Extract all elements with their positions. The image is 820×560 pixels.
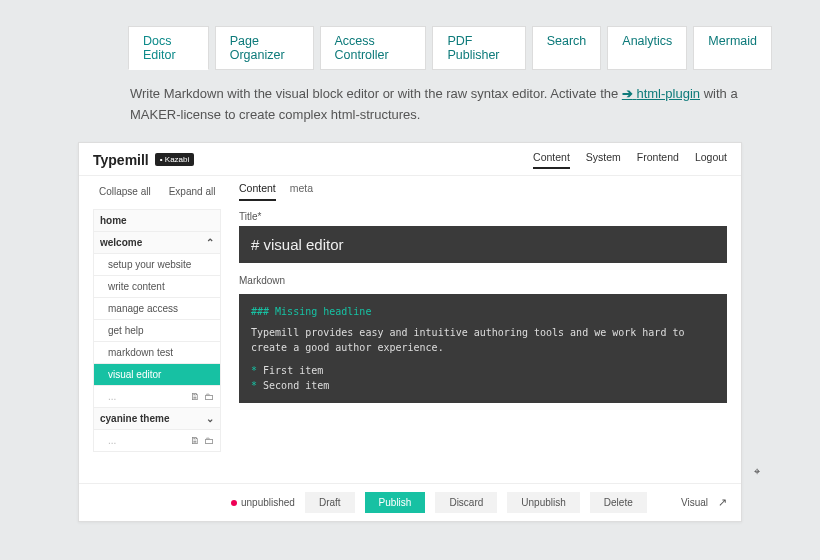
- markdown-label: Markdown: [239, 275, 727, 286]
- tree-item-active[interactable]: visual editor: [93, 363, 221, 386]
- chevron-up-icon: ⌃: [206, 237, 214, 248]
- brand-name: Typemill: [93, 152, 149, 168]
- tab-docs-editor[interactable]: Docs Editor: [128, 26, 209, 70]
- file-icon[interactable]: 🗎: [190, 435, 200, 446]
- visual-mode-label[interactable]: Visual: [681, 497, 708, 508]
- folder-icon[interactable]: 🗀: [204, 435, 214, 446]
- draft-button[interactable]: Draft: [305, 492, 355, 513]
- top-nav: Content System Frontend Logout: [533, 151, 727, 169]
- tab-pdf-publisher[interactable]: PDF Publisher: [432, 26, 525, 70]
- collapse-all-button[interactable]: Collapse all: [99, 186, 151, 201]
- tree-add-row[interactable]: ... 🗎🗀: [93, 429, 221, 452]
- tree-home[interactable]: home: [93, 209, 221, 232]
- cursor-icon: ⌖: [754, 465, 760, 478]
- tree-item[interactable]: write content: [93, 275, 221, 298]
- bullet-icon: *: [251, 380, 263, 391]
- feature-tabs: Docs Editor Page Organizer Access Contro…: [128, 26, 772, 70]
- tree-item[interactable]: manage access: [93, 297, 221, 320]
- arrow-right-icon: ➔: [622, 86, 633, 101]
- footer-bar: unpublished Draft Publish Discard Unpubl…: [79, 483, 741, 521]
- nav-system[interactable]: System: [586, 151, 621, 169]
- tab-analytics[interactable]: Analytics: [607, 26, 687, 70]
- tab-mermaid[interactable]: Mermaid: [693, 26, 772, 70]
- subtab-content[interactable]: Content: [239, 182, 276, 201]
- bullet-icon: *: [251, 365, 263, 376]
- brand: Typemill • Kazabi: [93, 152, 194, 168]
- title-label: Title*: [239, 211, 727, 222]
- md-list-item: Second item: [263, 380, 329, 391]
- delete-button[interactable]: Delete: [590, 492, 647, 513]
- page-tree: home welcome ⌃ setup your website write …: [93, 209, 221, 483]
- tree-item[interactable]: setup your website: [93, 253, 221, 276]
- md-heading: ### Missing headline: [251, 304, 715, 319]
- tab-search[interactable]: Search: [532, 26, 602, 70]
- file-icon[interactable]: 🗎: [190, 391, 200, 402]
- md-body: Typemill provides easy and intuitive aut…: [251, 325, 715, 355]
- markdown-editor[interactable]: ### Missing headline Typemill provides e…: [239, 294, 727, 403]
- discard-button[interactable]: Discard: [435, 492, 497, 513]
- status-dot-icon: [231, 500, 237, 506]
- nav-logout[interactable]: Logout: [695, 151, 727, 169]
- editor-pane: Title* # visual editor Markdown ### Miss…: [239, 209, 727, 483]
- html-plugin-link[interactable]: ➔ html-plugin: [622, 86, 700, 101]
- nav-content[interactable]: Content: [533, 151, 570, 169]
- status-badge: unpublished: [231, 497, 295, 508]
- link-text: html-plugin: [636, 86, 700, 101]
- tree-item[interactable]: get help: [93, 319, 221, 342]
- folder-icon[interactable]: 🗀: [204, 391, 214, 402]
- external-link-icon[interactable]: ↗: [718, 496, 727, 509]
- brand-badge: • Kazabi: [155, 153, 194, 166]
- tab-page-organizer[interactable]: Page Organizer: [215, 26, 314, 70]
- tree-add-row[interactable]: ... 🗎🗀: [93, 385, 221, 408]
- app-window: Typemill • Kazabi Content System Fronten…: [78, 142, 742, 522]
- publish-button[interactable]: Publish: [365, 492, 426, 513]
- tree-cyanine[interactable]: cyanine theme ⌄: [93, 407, 221, 430]
- tab-access-controller[interactable]: Access Controller: [320, 26, 427, 70]
- tree-welcome[interactable]: welcome ⌃: [93, 231, 221, 254]
- chevron-down-icon: ⌄: [206, 413, 214, 424]
- feature-description: Write Markdown with the visual block edi…: [130, 84, 742, 126]
- subtab-meta[interactable]: meta: [290, 182, 313, 201]
- title-input[interactable]: # visual editor: [239, 226, 727, 263]
- unpublish-button[interactable]: Unpublish: [507, 492, 579, 513]
- desc-pre: Write Markdown with the visual block edi…: [130, 86, 622, 101]
- expand-all-button[interactable]: Expand all: [169, 186, 216, 201]
- tree-item[interactable]: markdown test: [93, 341, 221, 364]
- md-list-item: First item: [263, 365, 323, 376]
- nav-frontend[interactable]: Frontend: [637, 151, 679, 169]
